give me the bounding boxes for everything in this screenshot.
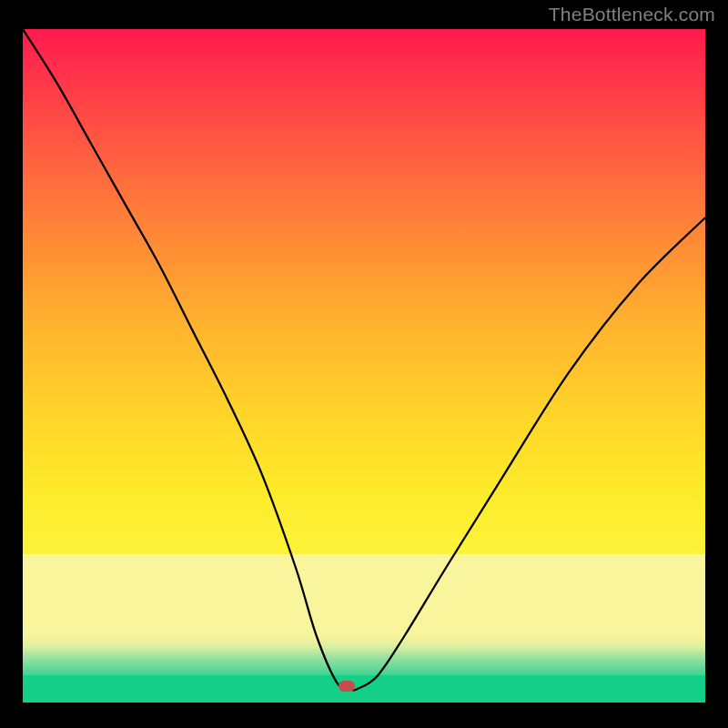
watermark-label: TheBottleneck.com (549, 4, 715, 25)
chart-frame: TheBottleneck.com (0, 0, 728, 728)
optimal-point-marker (339, 681, 355, 692)
bottleneck-curve (23, 29, 705, 703)
curve-path (23, 29, 705, 691)
plot-area (23, 29, 705, 703)
